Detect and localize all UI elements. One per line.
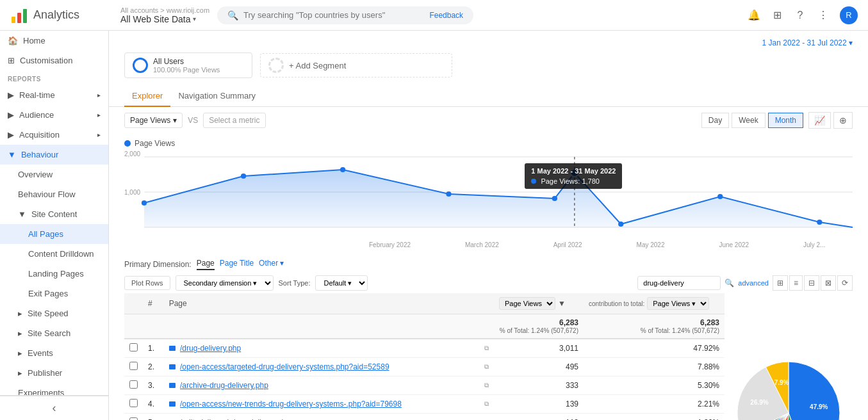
search-input[interactable] [243, 10, 424, 20]
page-header[interactable]: Page [164, 293, 479, 314]
metric1-select[interactable]: Page Views ▾ [124, 113, 183, 128]
sidebar-item-behaviour[interactable]: ▼ Behaviour [0, 145, 108, 165]
table-row: 3. /archive-drug-delivery.php ⧉ 333 5.30… [124, 376, 725, 395]
dim-link-page[interactable]: Page [197, 259, 215, 270]
sidebar-collapse-toggle[interactable]: ‹ [0, 396, 108, 420]
week-button[interactable]: Week [732, 113, 765, 128]
row-icon[interactable]: ⧉ [479, 358, 494, 376]
svg-text:7.9%: 7.9% [774, 379, 789, 386]
svg-point-9 [446, 191, 451, 197]
advanced-link[interactable]: advanced [738, 279, 769, 287]
notifications-icon[interactable]: 🔔 [748, 9, 760, 22]
list-view-button[interactable]: ≡ [789, 275, 803, 291]
sidebar-item-events[interactable]: ▸ Events [0, 343, 108, 363]
sidebar-item-site-search[interactable]: ▸ Site Search [0, 323, 108, 343]
row-page[interactable]: /editorialboard-drug-delivery.php [164, 414, 479, 421]
svg-point-14 [817, 220, 822, 225]
add-segment-button[interactable]: + Add Segment [289, 61, 346, 70]
chart-container: 2,000 1,000 [124, 150, 853, 240]
row-page[interactable]: /open-access/new-trends-drug-delivery-sy… [164, 395, 479, 414]
dimension-controls: Primary Dimension: Page Page Title Other… [124, 255, 853, 273]
page-link[interactable]: /open-access/new-trends-drug-delivery-sy… [180, 400, 402, 408]
main-content: 1 Jan 2022 - 31 Jul 2022 ▾ All Users 100… [109, 31, 868, 420]
row-checkbox[interactable] [124, 339, 143, 358]
sidebar-item-home[interactable]: 🏠 Home [0, 31, 108, 51]
time-controls: Day Week Month [701, 113, 803, 128]
add-segment-chip[interactable]: + Add Segment [260, 53, 452, 77]
dim-link-other[interactable]: Other ▾ [259, 259, 284, 270]
grid-view-button[interactable]: ⊞ [773, 275, 788, 291]
all-users-segment[interactable]: All Users 100.00% Page Views [124, 52, 252, 78]
sidebar-item-site-content[interactable]: ▼ Site Content [0, 204, 108, 224]
date-range[interactable]: 1 Jan 2022 - 31 Jul 2022 ▾ [762, 38, 853, 47]
sidebar-item-customisation[interactable]: ⊞ Customisation [0, 51, 108, 70]
table-search-icon[interactable]: 🔍 [725, 279, 734, 287]
top-header: Analytics All accounts > www.rioij.com A… [0, 0, 868, 31]
sidebar-item-site-speed[interactable]: ▸ Site Speed [0, 303, 108, 323]
num-header: # [143, 293, 164, 314]
secondary-dimension-select[interactable]: Secondary dimension ▾ [176, 275, 274, 291]
property-selector[interactable]: All Web Site Data ▾ [120, 14, 209, 24]
sidebar-item-exit-pages[interactable]: Exit Pages [0, 284, 108, 303]
sidebar-item-realtime[interactable]: ▶ Real-time ▸ [0, 85, 108, 105]
row-checkbox[interactable] [124, 358, 143, 376]
sort-type-select[interactable]: Default ▾ [315, 275, 368, 291]
row-icon[interactable]: ⧉ [479, 414, 494, 421]
row-checkbox[interactable] [124, 414, 143, 421]
row-page[interactable]: /archive-drug-delivery.php [164, 376, 479, 395]
row-icon[interactable]: ⧉ [479, 376, 494, 395]
plot-rows-button[interactable]: Plot Rows [124, 276, 170, 290]
feedback-link[interactable]: Feedback [429, 11, 463, 20]
sidebar-item-behaviour-flow[interactable]: Behaviour Flow [0, 184, 108, 204]
month-button[interactable]: Month [768, 113, 803, 128]
help-icon[interactable]: ? [794, 9, 807, 22]
row-icon[interactable]: ⧉ [479, 339, 494, 358]
contrib-metric-select[interactable]: Page Views ▾ [647, 297, 709, 310]
row-page[interactable]: /open-access/targeted-drug-delivery-syst… [164, 358, 479, 376]
day-button[interactable]: Day [701, 113, 729, 128]
more-icon[interactable]: ⋮ [817, 9, 830, 22]
tab-navigation-summary[interactable]: Navigation Summary [170, 86, 263, 107]
row-checkbox[interactable] [124, 376, 143, 395]
svg-point-8 [340, 167, 345, 172]
page-link[interactable]: /drug-delivery.php [180, 344, 241, 353]
tab-explorer[interactable]: Explorer [124, 86, 170, 107]
motionplot-button[interactable]: ⊕ [833, 112, 853, 129]
apps-icon[interactable]: ⊞ [771, 9, 783, 22]
metric2-select[interactable]: Select a metric [203, 113, 265, 128]
row-page[interactable]: /drug-delivery.php [164, 339, 479, 358]
svg-point-13 [717, 194, 723, 199]
sidebar-item-content-drilldown[interactable]: Content Drilldown [0, 244, 108, 264]
comparison-view-button[interactable]: ⊟ [804, 275, 819, 291]
sidebar-item-publisher[interactable]: ▸ Publisher [0, 363, 108, 383]
sidebar-item-overview[interactable]: Overview [0, 165, 108, 184]
lifetime-view-button[interactable]: ⟳ [837, 275, 853, 291]
dim-link-page-title[interactable]: Page Title [220, 259, 254, 270]
row-icon[interactable]: ⧉ [479, 395, 494, 414]
pivot-view-button[interactable]: ⊠ [821, 275, 836, 291]
time-and-chart-controls: Day Week Month 📈 ⊕ [701, 112, 853, 129]
pv1-header[interactable]: Page Views ▼ [494, 293, 584, 314]
sort-type-label: Sort Type: [279, 279, 311, 287]
sidebar-item-acquisition[interactable]: ▶ Acquisition ▸ [0, 125, 108, 145]
chart-legend: Page Views [124, 139, 853, 148]
sidebar-item-audience[interactable]: ▶ Audience ▸ [0, 105, 108, 125]
row-pv1: 333 [494, 376, 584, 395]
sidebar-item-all-pages[interactable]: All Pages [0, 224, 108, 244]
svg-rect-2 [23, 9, 27, 23]
logo-area: Analytics [10, 6, 113, 24]
row-pv2-pct: 5.30% [584, 376, 725, 395]
line-chart-button[interactable]: 📈 [808, 112, 831, 129]
page-link[interactable]: /open-access/targeted-drug-delivery-syst… [180, 362, 389, 371]
sidebar-item-landing-pages[interactable]: Landing Pages [0, 264, 108, 284]
page-views-select[interactable]: Page Views [499, 297, 555, 310]
chart-type-buttons: 📈 ⊕ [808, 112, 853, 129]
segment-name: All Users [153, 57, 220, 66]
table-search-input[interactable] [637, 276, 721, 290]
sidebar: 🏠 Home ⊞ Customisation REPORTS ▶ Real-ti… [0, 31, 109, 420]
row-checkbox[interactable] [124, 395, 143, 414]
icon-header [479, 293, 494, 314]
realtime-expand-icon: ▸ [97, 92, 101, 99]
avatar[interactable]: R [840, 6, 858, 24]
page-link[interactable]: /archive-drug-delivery.php [180, 381, 268, 390]
